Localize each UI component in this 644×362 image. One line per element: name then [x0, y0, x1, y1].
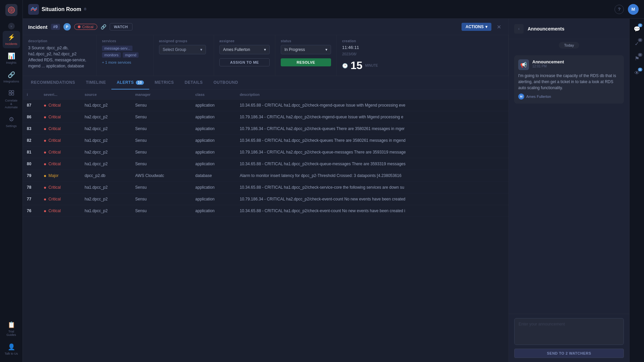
cell-severity: ● Critical — [40, 100, 80, 111]
tab-label: METRICS — [155, 80, 174, 85]
settings-icon: ⚙ — [9, 116, 14, 123]
sidebar-item-label: Integrations — [3, 80, 19, 83]
cell-severity: ● Critical — [40, 193, 80, 205]
assignee-dropdown[interactable]: Ames Fullerton ▾ — [219, 45, 270, 54]
table-row[interactable]: 83 ● Critical ha2.dpcc_p2 Sensu applicat… — [23, 123, 508, 135]
cell-severity: ● Critical — [40, 205, 80, 217]
table-row[interactable]: 78 ● Critical ha1.dpcc_p2 Sensu applicat… — [23, 182, 508, 193]
sidebar-item-correlate[interactable]: Correlate & Automate — [3, 87, 20, 112]
table-row[interactable]: 76 ● Critical ha1.dpcc_p2 Sensu applicat… — [23, 205, 508, 217]
chevron-down-icon: ▾ — [485, 24, 487, 29]
cell-source: ha1.dpcc_p2 — [80, 100, 131, 111]
sidebar: › ⚡ Incidents 📊 Insights 🔗 Integrations … — [0, 0, 23, 362]
status-dropdown[interactable]: In Progress ▾ — [281, 45, 331, 54]
insights-icon: 📊 — [8, 52, 15, 60]
actions-button[interactable]: ACTIONS ▾ — [462, 23, 491, 31]
cell-id: 78 — [23, 182, 40, 193]
tab-label: ALERTS — [117, 80, 134, 85]
help-button[interactable]: ? — [614, 5, 624, 14]
announcement-author: M Ames Fullerton — [518, 94, 620, 100]
topbar: Situation Room® ? M — [23, 0, 644, 19]
incident-info: description 3 Source: dpcc_p2.db, ha1.dp… — [23, 35, 508, 76]
close-button[interactable]: ✕ — [495, 23, 503, 31]
sidebar-item-settings[interactable]: ⚙ Settings — [3, 113, 20, 130]
cell-id: 77 — [23, 193, 40, 205]
svg-rect-5 — [9, 93, 11, 95]
check-icon-button[interactable]: ✓ 0 — [631, 38, 643, 50]
cell-source: ha1.dpcc_p2 — [80, 205, 131, 217]
right-icons-bar: 💬 2 ✓ 0 ⚑ 0 👁 2 — [629, 19, 644, 362]
sidebar-logo — [5, 4, 17, 16]
flag-icon-button[interactable]: ⚑ 0 — [631, 52, 643, 64]
user-avatar[interactable]: M — [628, 4, 639, 15]
severity-text: Major — [48, 173, 58, 178]
timer-unit: MINUTE — [365, 64, 378, 67]
tab-label: DETAILS — [185, 80, 203, 85]
select-group-dropdown[interactable]: Select Group ▾ — [159, 45, 206, 54]
today-badge: Today — [559, 42, 579, 49]
tab-metrics[interactable]: METRICS — [149, 76, 179, 89]
table-row[interactable]: 86 ● Critical ha2.dpcc_p2 Sensu applicat… — [23, 111, 508, 123]
more-services-link[interactable]: + 1 more services — [102, 60, 148, 64]
send-announcement-button[interactable]: SEND TO 2 WATCHERS — [514, 349, 624, 358]
svg-rect-3 — [9, 90, 11, 93]
severity-text: Critical — [48, 126, 61, 131]
cell-description: 10.79.186.34 - CRITICAL ha2.dpcc_p2/chec… — [236, 111, 508, 123]
incidents-icon: ⚡ — [8, 34, 15, 41]
services-list: message-serv... monitors mgend — [102, 45, 148, 58]
tab-alerts[interactable]: ALERTS 10 — [111, 76, 149, 89]
eye-icon-button[interactable]: 👁 2 — [631, 67, 643, 79]
sidebar-item-label: Trial Guides — [4, 330, 19, 337]
table-row[interactable]: 77 ● Critical ha2.dpcc_p2 Sensu applicat… — [23, 193, 508, 205]
assign-to-me-button[interactable]: ASSIGN TO ME — [219, 58, 270, 66]
cell-class: application — [191, 158, 235, 170]
incident-panel: Incident #9 P Critical 🔗 WATCH ACTIONS ▾… — [23, 19, 508, 362]
table-row[interactable]: 82 ● Critical ha1.dpcc_p2 Sensu applicat… — [23, 135, 508, 146]
announcement-title: Announcement — [532, 59, 620, 64]
cell-source: ha2.dpcc_p2 — [80, 193, 131, 205]
tab-details[interactable]: DETAILS — [179, 76, 208, 89]
sidebar-item-trial-guides[interactable]: 📋 Trial Guides — [3, 318, 20, 339]
incident-header: Incident #9 P Critical 🔗 WATCH ACTIONS ▾… — [23, 19, 508, 35]
sidebar-item-insights[interactable]: 📊 Insights — [3, 50, 20, 67]
announcement-card-header: 📢 Announcement 12:01 PM — [518, 59, 620, 70]
cell-manager: Sensu — [131, 205, 191, 217]
sidebar-item-integrations[interactable]: 🔗 Integrations — [3, 68, 20, 86]
announcement-input[interactable] — [514, 318, 624, 345]
cell-class: application — [191, 146, 235, 158]
severity-text: Critical — [48, 150, 61, 155]
watch-button[interactable]: WATCH — [110, 23, 132, 31]
sidebar-item-incidents[interactable]: ⚡ Incidents — [3, 31, 20, 48]
status-label: status — [281, 39, 331, 43]
incident-number: #9 — [51, 24, 60, 30]
cell-description: 10.34.65.88 - CRITICAL ha1.dpcc_p2/check… — [236, 158, 508, 170]
table-row[interactable]: 80 ● Critical ha1.dpcc_p2 Sensu applicat… — [23, 158, 508, 170]
services-cell: services message-serv... monitors mgend … — [97, 35, 154, 76]
severity-text: Critical — [48, 185, 61, 190]
sidebar-expand-button[interactable]: › — [8, 23, 15, 29]
sidebar-item-talk-to-us[interactable]: 👤 Talk to Us — [3, 341, 20, 358]
tab-outbound[interactable]: OUTBOUND — [208, 76, 244, 89]
alerts-table-container[interactable]: i severi... source manager class descrip… — [23, 90, 508, 362]
cell-manager: AWS Cloudwatc — [131, 170, 191, 182]
cell-severity: ● Critical — [40, 158, 80, 170]
creation-cell: creation 11:46:11 2023/08/ 🕐 15 MINUTE — [337, 35, 508, 76]
announcement-time: 12:01 PM — [532, 64, 620, 68]
announcements-expand-button[interactable]: ‹ — [514, 24, 524, 34]
table-row[interactable]: 79 ● Major dpcc_p2.db AWS Cloudwatc data… — [23, 170, 508, 182]
dropdown-chevron-icon: ▾ — [325, 47, 327, 52]
select-group-label: Select Group — [163, 47, 186, 52]
announcements-content[interactable]: 📢 Announcement 12:01 PM I'm going to inc… — [509, 51, 629, 314]
tab-recommendations[interactable]: RECOMMENDATIONS — [25, 76, 80, 89]
resolve-button[interactable]: RESOLVE — [281, 58, 331, 66]
chat-icon-button[interactable]: 💬 2 — [631, 23, 643, 35]
table-row[interactable]: 87 ● Critical ha1.dpcc_p2 Sensu applicat… — [23, 100, 508, 111]
cell-description: Alarm to monitor insert latency for dpcc… — [236, 170, 508, 182]
cell-id: 86 — [23, 111, 40, 123]
tab-timeline[interactable]: TIMELINE — [80, 76, 111, 89]
cell-source: dpcc_p2.db — [80, 170, 131, 182]
link-icon[interactable]: 🔗 — [101, 24, 106, 29]
cell-manager: Sensu — [131, 123, 191, 135]
sidebar-item-label: Correlate & Automate — [4, 99, 19, 109]
table-row[interactable]: 81 ● Critical ha2.dpcc_p2 Sensu applicat… — [23, 146, 508, 158]
